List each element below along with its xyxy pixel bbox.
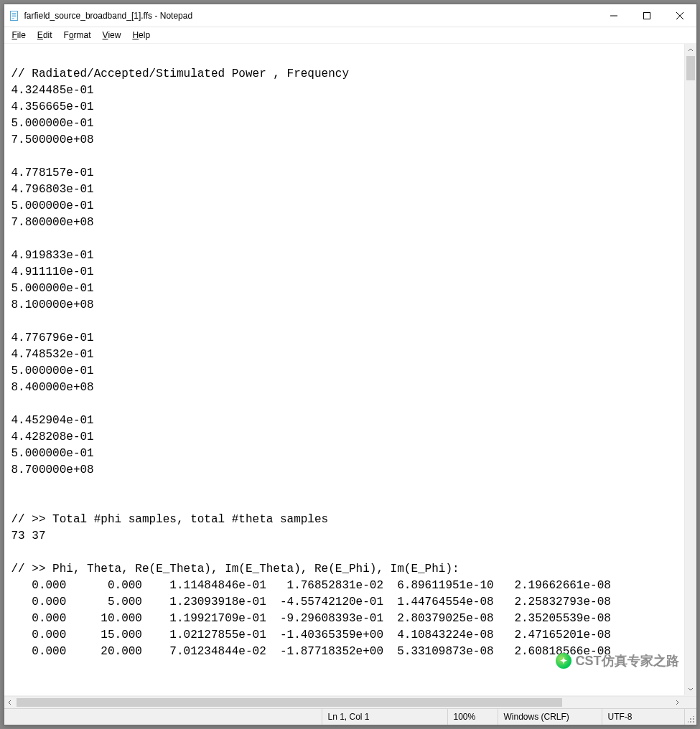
- svg-rect-0: [10, 11, 17, 20]
- menu-view-rest: iew: [108, 30, 121, 40]
- vertical-scroll-thumb[interactable]: [686, 56, 695, 80]
- horizontal-scroll-thumb[interactable]: [17, 698, 562, 707]
- svg-rect-6: [643, 12, 650, 19]
- maximize-button[interactable]: [630, 4, 663, 27]
- window-controls: [597, 4, 696, 27]
- scroll-left-arrow-icon[interactable]: [4, 697, 17, 708]
- close-button[interactable]: [663, 4, 696, 27]
- status-bar: Ln 1, Col 1 100% Windows (CRLF) UTF-8: [4, 708, 696, 725]
- horizontal-scrollbar[interactable]: [4, 696, 696, 708]
- status-position: Ln 1, Col 1: [322, 709, 447, 725]
- menu-bar: File Edit Format View Help: [4, 27, 696, 43]
- horizontal-scroll-track[interactable]: [17, 697, 672, 708]
- scroll-right-arrow-icon[interactable]: [672, 697, 684, 708]
- resize-grip-icon[interactable]: [684, 709, 696, 725]
- minimize-button[interactable]: [597, 4, 630, 27]
- notepad-app-icon: [9, 10, 20, 22]
- menu-file[interactable]: File: [7, 29, 31, 42]
- menu-edit-rest: dit: [43, 30, 52, 40]
- scroll-down-arrow-icon[interactable]: [685, 683, 696, 695]
- title-bar: farfield_source_broadband_[1].ffs - Note…: [4, 4, 696, 27]
- vertical-scrollbar[interactable]: [684, 44, 696, 695]
- menu-view[interactable]: View: [98, 29, 126, 42]
- notepad-window: farfield_source_broadband_[1].ffs - Note…: [4, 4, 697, 725]
- status-line-endings: Windows (CRLF): [498, 709, 602, 725]
- window-title: farfield_source_broadband_[1].ffs - Note…: [24, 11, 597, 21]
- menu-file-rest: ile: [17, 30, 26, 40]
- scroll-corner: [684, 697, 696, 708]
- status-zoom: 100%: [447, 709, 498, 725]
- editor-area: // Radiated/Accepted/Stimulated Power , …: [4, 43, 696, 696]
- vertical-scroll-track[interactable]: [685, 56, 696, 683]
- menu-help[interactable]: Help: [127, 29, 155, 42]
- menu-help-rest: elp: [139, 30, 150, 40]
- menu-format-rest: rmat: [74, 30, 91, 40]
- menu-edit[interactable]: Edit: [32, 29, 57, 42]
- text-editor[interactable]: // Radiated/Accepted/Stimulated Power , …: [4, 44, 684, 695]
- menu-format[interactable]: Format: [59, 29, 96, 42]
- scroll-up-arrow-icon[interactable]: [685, 44, 696, 56]
- status-spacer: [4, 709, 322, 725]
- status-encoding: UTF-8: [602, 709, 684, 725]
